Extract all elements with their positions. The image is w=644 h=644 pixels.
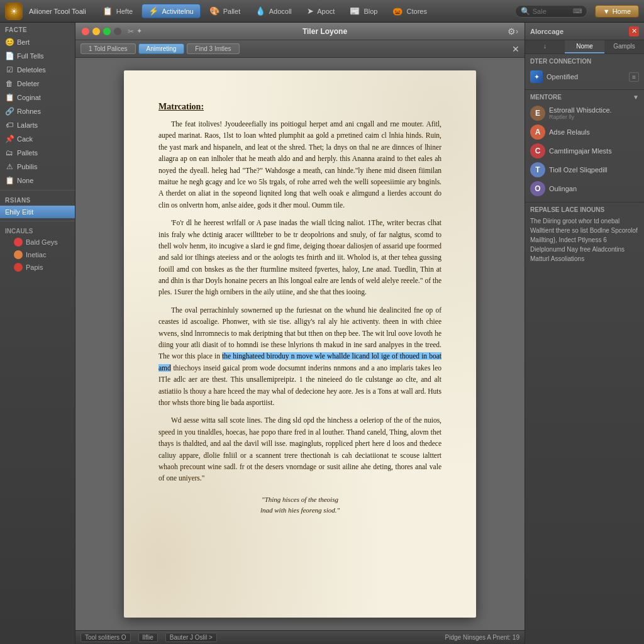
sidebar-sub-papis[interactable]: Papis bbox=[0, 261, 75, 274]
doc-highlight: the hinghateed biroduy n move wle whalld… bbox=[158, 352, 441, 371]
tab-animreting[interactable]: Animreting bbox=[138, 43, 185, 54]
sidebar-item-none[interactable]: 📋 None bbox=[0, 174, 75, 187]
sidebar-item-deleter[interactable]: 🗑 Deleter bbox=[0, 77, 75, 91]
sidebar-item-lalarts[interactable]: 🏷 Lalarts bbox=[0, 118, 75, 132]
menu-blop[interactable]: 📰 Blop bbox=[343, 4, 384, 18]
connection-icon: ✦ bbox=[530, 70, 543, 83]
adocoll-icon: 💧 bbox=[255, 6, 265, 16]
window-forward-btn[interactable]: › bbox=[516, 27, 518, 36]
home-icon: ▼ bbox=[603, 8, 610, 15]
none-icon: 📋 bbox=[5, 176, 14, 185]
sidebar-item-cack[interactable]: 📌 Cack bbox=[0, 132, 75, 146]
sidebar-item-coginat[interactable]: 📋 Coginat bbox=[0, 91, 75, 104]
rsians-label: Rsians bbox=[0, 193, 75, 206]
menu-ctores[interactable]: 🎃 Ctores bbox=[386, 4, 433, 18]
connection-item: ✦ Opentified ≡ bbox=[530, 68, 639, 86]
menu-adocoll[interactable]: 💧 Adocoll bbox=[249, 4, 298, 18]
deletoles-icon: ☑ bbox=[5, 65, 14, 74]
full-tells-icon: 📄 bbox=[5, 52, 14, 60]
doc-scroll[interactable]: Matrcation: The feat itolives! Jyoudeeef… bbox=[75, 58, 525, 630]
close-traffic-light[interactable] bbox=[82, 28, 89, 35]
sidebar-sub-bald-geys[interactable]: Bald Geys bbox=[0, 236, 75, 248]
status-item-1[interactable]: Tool solitiers O bbox=[80, 633, 131, 642]
left-sidebar: Facte 😊 Bert 📄 Full Tells ☑ Deletoles 🗑 … bbox=[0, 23, 75, 644]
traffic-lights bbox=[82, 28, 121, 35]
status-item-2[interactable]: llflie bbox=[138, 633, 158, 642]
right-panel-close-button[interactable]: ✕ bbox=[629, 26, 639, 36]
recent-section: Repalse Lace Inouns The Diiring groot wh… bbox=[525, 203, 644, 644]
ctores-icon: 🎃 bbox=[392, 6, 402, 16]
bert-icon: 😊 bbox=[5, 38, 14, 47]
right-tab-nome[interactable]: Nome bbox=[565, 40, 604, 53]
maximize-traffic-light[interactable] bbox=[103, 28, 111, 35]
right-tab-gampls[interactable]: Gampls bbox=[604, 40, 644, 53]
search-kbd-icon: ⌨ bbox=[573, 8, 582, 14]
member-info-2: Camtlimgajar Mlests bbox=[549, 147, 639, 155]
home-button[interactable]: ▼ Home bbox=[595, 5, 639, 18]
right-panel-header: Alorccage ✕ bbox=[525, 23, 644, 40]
sidebar-section-header: Facte bbox=[0, 23, 75, 35]
bald-geys-avatar bbox=[14, 238, 23, 247]
papis-avatar bbox=[14, 263, 23, 272]
sidebar-item-full-tells[interactable]: 📄 Full Tells bbox=[0, 49, 75, 63]
sidebar-item-pubilis[interactable]: ⚠ Pubilis bbox=[0, 160, 75, 174]
members-section: Mentore ▼ E Estrorall Whisdctice. Raptle… bbox=[525, 90, 644, 203]
rohnes-icon: 🔗 bbox=[5, 107, 14, 116]
connection-name: Opentified bbox=[547, 73, 625, 80]
sidebar-item-pallets[interactable]: 🗂 Pallets bbox=[0, 146, 75, 160]
menu-activitelnu[interactable]: ⚡ Activitelnu bbox=[142, 4, 201, 18]
extra-traffic-light bbox=[114, 28, 121, 35]
sidebar-item-bert[interactable]: 😊 Bert bbox=[0, 35, 75, 49]
member-name-1: Adse Relauls bbox=[549, 128, 639, 136]
sidebar-item-rohnes[interactable]: 🔗 Rohnes bbox=[0, 104, 75, 118]
doc-paragraph-3: The oval perrachinluly sownerned up the … bbox=[158, 304, 441, 409]
window-title: Tiler Loyone bbox=[142, 27, 508, 36]
menu-pallet[interactable]: 🎨 Pallet bbox=[203, 4, 247, 18]
member-avatar-3: T bbox=[530, 162, 545, 177]
menu-hefte[interactable]: 📋 Hefte bbox=[96, 4, 139, 18]
tab-find-imtles[interactable]: Find 3 Imtles bbox=[187, 43, 239, 54]
settings-button[interactable]: ⚙ bbox=[508, 26, 516, 36]
members-title: Mentore ▼ bbox=[530, 94, 639, 101]
sidebar-divider-1 bbox=[0, 190, 75, 191]
main-container: Facte 😊 Bert 📄 Full Tells ☑ Deletoles 🗑 … bbox=[0, 23, 644, 644]
doc-icon: ✂ bbox=[128, 27, 134, 36]
menu-apoct[interactable]: ➤ Apoct bbox=[301, 4, 341, 18]
member-avatar-2: C bbox=[530, 143, 545, 158]
app-logo: ☀ bbox=[5, 3, 23, 20]
member-avatar-4: O bbox=[530, 181, 545, 196]
cack-icon: 📌 bbox=[5, 135, 14, 143]
page-tabs: 1 Told Palices Animreting Find 3 Imtles … bbox=[75, 40, 525, 58]
doc-status: Tool solitiers O llflie Bauter J Oslil >… bbox=[75, 630, 525, 644]
member-info-1: Adse Relauls bbox=[549, 128, 639, 136]
sidebar-item-deletoles[interactable]: ☑ Deletoles bbox=[0, 63, 75, 77]
right-tab-arrow[interactable]: ↓ bbox=[525, 40, 565, 53]
tab-told-palices[interactable]: 1 Told Palices bbox=[80, 43, 136, 54]
doc-flag: ✦ bbox=[136, 27, 142, 35]
member-info-4: Oulingan bbox=[549, 185, 639, 192]
member-avatar-1: A bbox=[530, 125, 545, 140]
right-panel: Alorccage ✕ ↓ Nome Gampls Dter Connectio… bbox=[525, 23, 644, 644]
member-name-2: Camtlimgajar Mlests bbox=[549, 147, 639, 155]
sidebar-sub-inetiac[interactable]: Inetiac bbox=[0, 248, 75, 261]
doc-page: Matrcation: The feat itolives! Jyoudeeef… bbox=[124, 70, 476, 618]
connection-menu-button[interactable]: ≡ bbox=[629, 72, 639, 82]
activitelnu-icon: ⚡ bbox=[148, 6, 158, 16]
tab-close-button[interactable]: ✕ bbox=[512, 44, 519, 54]
right-panel-tabs: ↓ Nome Gampls bbox=[525, 40, 644, 54]
status-item-3[interactable]: Bauter J Oslil > bbox=[165, 633, 217, 642]
page-info: Pidge Ninsges A Pnent: 19 bbox=[445, 634, 519, 641]
groups-label: incauls bbox=[0, 224, 75, 236]
search-icon: 🔍 bbox=[521, 7, 530, 16]
sidebar-item-active[interactable]: Ehily Eitit bbox=[0, 206, 75, 218]
document-area: ✂ ✦ Tiler Loyone ⚙ › 1 Told Palices Anim… bbox=[75, 23, 525, 644]
members-dropdown-icon[interactable]: ▼ bbox=[633, 94, 639, 101]
member-item-0: E Estrorall Whisdctice. Raptler lly bbox=[530, 104, 639, 123]
doc-heading: Matrcation: bbox=[158, 102, 441, 112]
search-input[interactable] bbox=[533, 8, 570, 15]
top-search-box: 🔍 ⌨ bbox=[515, 5, 587, 18]
doc-paragraph-2: 'Fo'r dl he heerest wrlfall or A pase in… bbox=[158, 217, 441, 298]
deleter-icon: 🗑 bbox=[5, 79, 14, 88]
member-item-1: A Adse Relauls bbox=[530, 123, 639, 142]
minimize-traffic-light[interactable] bbox=[92, 28, 100, 35]
